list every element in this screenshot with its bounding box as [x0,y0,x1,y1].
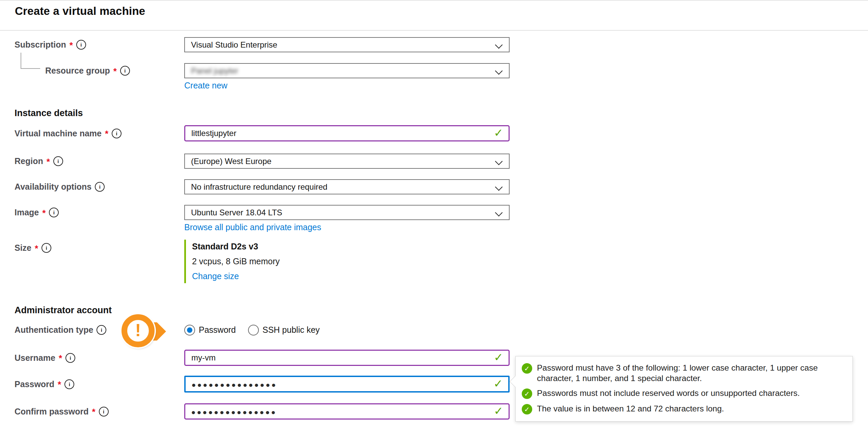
chevron-down-icon [495,158,503,165]
required-asterisk: * [58,379,61,389]
create-new-link[interactable]: Create new [184,81,227,90]
valid-check-icon: ✓ [493,378,503,389]
confirm-password-label: Confirm password * i [15,403,109,420]
valid-check-icon: ✓ [494,352,503,363]
requirement-text: Password must have 3 of the following: 1… [537,362,842,383]
username-value: my-vm [191,353,216,362]
subscription-value: Visual Studio Enterprise [191,40,277,50]
info-icon[interactable]: i [99,407,109,416]
password-masked-value: ••••••••••••••• [192,377,277,391]
resource-group-dropdown[interactable]: Panel jupyter [184,63,510,78]
attention-callout-icon: ! [121,314,169,349]
top-border [0,0,868,1]
info-icon[interactable]: i [97,325,106,335]
chevron-down-icon [495,183,503,191]
availability-options-label: Availability options i [15,179,105,194]
info-icon[interactable]: i [49,208,59,217]
check-circle-icon: ✓ [522,388,532,399]
check-circle-icon: ✓ [522,363,532,374]
confirm-password-input[interactable]: ••••••••••••••• ✓ [184,403,510,420]
required-asterisk: * [42,208,46,217]
availability-options-value: No infrastructure redundancy required [191,182,327,192]
change-size-link[interactable]: Change size [192,271,421,281]
required-asterisk: * [59,353,62,362]
required-asterisk: * [35,243,38,253]
requirement-item: ✓ Password must have 3 of the following:… [522,362,844,383]
confirm-password-masked-value: ••••••••••••••• [191,405,277,418]
info-icon[interactable]: i [76,40,86,50]
radio-ssh-label: SSH public key [263,325,320,335]
resource-group-value-redacted: Panel jupyter [191,66,238,76]
resource-group-connector-horizontal [21,68,40,69]
required-asterisk: * [113,66,117,76]
info-icon[interactable]: i [64,379,74,389]
subscription-dropdown[interactable]: Visual Studio Enterprise [184,37,510,52]
password-input[interactable]: ••••••••••••••• ✓ [184,376,510,393]
password-requirements-tooltip: ✓ Password must have 3 of the following:… [515,356,853,422]
section-heading-instance-details: Instance details [15,108,83,118]
chevron-down-icon [495,67,503,75]
valid-check-icon: ✓ [494,127,503,138]
region-label-text: Region [15,156,43,166]
resource-group-label-text: Resource group [45,66,110,76]
browse-images-link[interactable]: Browse all public and private images [184,222,321,232]
vm-name-label-text: Virtual machine name [15,129,102,138]
region-value: (Europe) West Europe [191,157,271,166]
info-icon[interactable]: i [112,129,121,138]
region-label: Region * i [15,154,63,169]
required-asterisk: * [70,40,73,50]
availability-options-dropdown[interactable]: No infrastructure redundancy required [184,179,510,194]
image-dropdown[interactable]: Ubuntu Server 18.04 LTS [184,205,510,220]
resource-group-label: Resource group * i [45,63,130,78]
requirement-text: Passwords must not include reserved word… [537,388,800,398]
create-vm-page: Create a virtual machine Subscription * … [0,0,868,430]
authentication-type-radio-group: Password SSH public key [184,322,320,338]
password-label: Password * i [15,376,74,393]
requirement-item: ✓ Passwords must not include reserved wo… [522,388,844,399]
region-dropdown[interactable]: (Europe) West Europe [184,154,510,169]
size-specs: 2 vcpus, 8 GiB memory [192,257,421,266]
username-label: Username * i [15,350,75,366]
requirement-text: The value is in between 12 and 72 charac… [537,403,724,414]
username-label-text: Username [15,353,55,363]
resource-group-connector-vertical [21,53,21,69]
exclamation-icon: ! [135,321,141,340]
subscription-label-text: Subscription [15,40,66,50]
chevron-down-icon [495,41,503,49]
radio-selected-icon[interactable] [184,325,195,335]
info-icon[interactable]: i [42,243,51,253]
info-icon[interactable]: i [95,182,105,192]
radio-ssh-public-key[interactable]: SSH public key [248,325,320,335]
username-input[interactable]: my-vm ✓ [184,350,510,366]
availability-options-label-text: Availability options [15,182,91,192]
valid-check-icon: ✓ [494,405,503,416]
title-divider [0,30,868,31]
tooltip-callout-arrow [510,376,521,387]
vm-name-label: Virtual machine name * i [15,125,121,141]
image-label-text: Image [15,208,39,217]
size-label: Size * i [15,240,51,256]
required-asterisk: * [47,157,50,166]
radio-unselected-icon[interactable] [248,325,259,335]
image-label: Image * i [15,205,59,220]
radio-password-label: Password [199,325,236,335]
radio-password[interactable]: Password [184,325,236,335]
info-icon[interactable]: i [65,353,75,363]
image-value: Ubuntu Server 18.04 LTS [191,208,282,217]
size-selection: Standard D2s v3 2 vcpus, 8 GiB memory Ch… [184,240,421,283]
info-icon[interactable]: i [120,66,130,76]
info-icon[interactable]: i [53,156,63,166]
vm-name-input[interactable]: littlestjupyter ✓ [184,125,510,141]
chevron-down-icon [495,209,503,217]
vm-name-value: littlestjupyter [191,129,236,138]
requirement-item: ✓ The value is in between 12 and 72 char… [522,403,844,414]
section-heading-administrator-account: Administrator account [15,305,112,316]
authentication-type-label: Authentication type i [15,322,106,338]
confirm-password-label-text: Confirm password [15,407,88,416]
size-name: Standard D2s v3 [192,242,421,251]
subscription-label: Subscription * i [15,37,86,52]
required-asterisk: * [92,407,95,416]
page-title: Create a virtual machine [15,5,145,18]
exclamation-circle-icon: ! [121,314,155,347]
authentication-type-label-text: Authentication type [15,325,93,335]
